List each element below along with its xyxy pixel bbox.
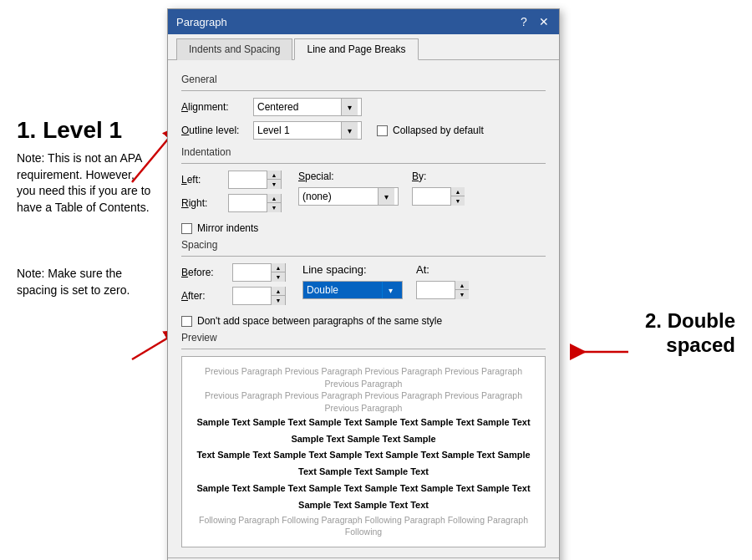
special-dropdown[interactable]: (none) ▾: [298, 187, 399, 206]
indent-right-label: Right:: [181, 197, 223, 209]
indent-left-up[interactable]: ▲: [267, 171, 281, 180]
dialog-body: General Alignment: Centered ▾ Outline le…: [168, 60, 559, 557]
preview-gray-text-2: Previous Paragraph Previous Paragraph Pr…: [191, 389, 536, 414]
special-row: Special:: [298, 171, 399, 182]
indent-right-row: Right: 0 cm ▲ ▼: [181, 194, 282, 212]
by-value[interactable]: [413, 191, 450, 202]
at-label: At:: [416, 263, 429, 276]
indentation-special-group: Special: (none) ▾ By:: [298, 171, 462, 217]
indentation-left-group: Left: 0 cm ▲ ▼ Right: 0 cm: [181, 171, 282, 217]
outline-level-dropdown-arrow[interactable]: ▾: [341, 122, 358, 139]
spacing-divider: [181, 256, 546, 257]
indent-left-label: Left:: [181, 174, 223, 186]
collapsed-checkbox[interactable]: [377, 125, 388, 136]
outline-level-label: Outline level:: [181, 125, 248, 136]
special-value: (none): [302, 191, 378, 202]
preview-divider: [181, 349, 546, 349]
alignment-dropdown-arrow[interactable]: ▾: [341, 99, 358, 115]
before-spinner-btns: ▲ ▼: [271, 263, 285, 282]
indent-left-spinner-btns: ▲ ▼: [267, 171, 281, 189]
alignment-row: Alignment: Centered ▾: [181, 98, 546, 116]
at-label-row: At:: [416, 263, 466, 276]
indentation-divider: [181, 163, 546, 164]
tab-indents-spacing-label: Indents and Spacing: [189, 43, 280, 55]
outline-level-row: Outline level: Level 1 ▾ Collapsed by de…: [181, 121, 546, 140]
at-spinner-btns: ▲ ▼: [455, 281, 469, 299]
after-value[interactable]: 0 pt: [233, 290, 271, 302]
general-divider: [181, 90, 546, 91]
indent-right-spinner-btns: ▲ ▼: [267, 194, 281, 212]
indent-right-down[interactable]: ▼: [267, 203, 281, 212]
before-value[interactable]: 0 pt: [233, 267, 271, 278]
at-up[interactable]: ▲: [455, 281, 469, 290]
general-section-label: General: [181, 74, 546, 85]
indentation-rows: Left: 0 cm ▲ ▼ Right: 0 cm: [181, 171, 546, 217]
indent-left-spinner[interactable]: 0 cm ▲ ▼: [228, 171, 282, 189]
dont-add-checkbox[interactable]: [181, 316, 192, 327]
indent-left-down[interactable]: ▼: [267, 180, 281, 189]
by-up[interactable]: ▲: [451, 187, 465, 196]
alignment-dropdown[interactable]: Centered ▾: [253, 98, 362, 116]
spacing-rows: Before: 0 pt ▲ ▼ After: 0 pt: [181, 263, 546, 310]
double-spaced-title: 2. Double spaced: [635, 309, 735, 358]
after-down[interactable]: ▼: [272, 296, 285, 305]
alignment-value: Centered: [257, 101, 341, 113]
after-row: After: 0 pt ▲ ▼: [181, 287, 286, 305]
line-spacing-value: Double: [307, 284, 382, 296]
preview-box: Previous Paragraph Previous Paragraph Pr…: [181, 356, 546, 547]
tab-indents-spacing[interactable]: Indents and Spacing: [176, 38, 292, 60]
tab-bar: Indents and Spacing Line and Page Breaks: [168, 34, 559, 60]
indent-right-spinner[interactable]: 0 cm ▲ ▼: [228, 194, 282, 212]
preview-bold-2: Text Sample Text Sample Text Sample Text…: [191, 447, 536, 481]
preview-following: Following Paragraph Following Paragraph …: [191, 514, 536, 538]
paragraph-dialog: Paragraph ? ✕ Indents and Spacing Line a…: [167, 8, 560, 560]
mirror-row: Mirror indents: [181, 222, 546, 234]
before-spinner[interactable]: 0 pt ▲ ▼: [232, 263, 286, 282]
line-spacing-dropdown[interactable]: Double ▾: [302, 281, 403, 299]
right-annotation: 2. Double spaced: [635, 309, 735, 358]
before-label: Before:: [181, 267, 227, 278]
mirror-checkbox[interactable]: [181, 223, 192, 234]
collapsed-row: Collapsed by default: [377, 125, 484, 136]
preview-gray-text-1: Previous Paragraph Previous Paragraph Pr…: [191, 365, 536, 389]
line-spacing-label: Line spacing:: [302, 263, 367, 276]
at-spinner[interactable]: ▲ ▼: [416, 281, 466, 299]
spacing-section-label: Spacing: [181, 239, 546, 251]
line-spacing-col: Line spacing: Double ▾: [302, 263, 403, 299]
by-label: By:: [412, 171, 437, 182]
tab-line-page-breaks[interactable]: Line and Page Breaks: [294, 38, 418, 60]
preview-bold-3: Sample Text Sample Text Sample Text Samp…: [191, 481, 536, 514]
at-down[interactable]: ▼: [455, 290, 469, 299]
by-spinner-btns: ▲ ▼: [450, 187, 465, 206]
by-col: By: ▲ ▼: [412, 171, 462, 206]
outline-level-dropdown[interactable]: Level 1 ▾: [253, 121, 362, 140]
indent-left-value[interactable]: 0 cm: [229, 174, 267, 186]
after-up[interactable]: ▲: [272, 287, 285, 296]
after-label: After:: [181, 290, 227, 302]
at-value[interactable]: [417, 284, 455, 296]
dont-add-row: Don't add space between paragraphs of th…: [181, 315, 546, 327]
after-spinner[interactable]: 0 pt ▲ ▼: [232, 287, 286, 305]
help-button[interactable]: ?: [517, 15, 531, 28]
special-col: Special: (none) ▾: [298, 171, 399, 206]
before-up[interactable]: ▲: [272, 263, 285, 272]
by-label-row: By:: [412, 171, 462, 182]
collapsed-label: Collapsed by default: [393, 125, 484, 136]
mirror-label: Mirror indents: [197, 222, 258, 234]
close-button[interactable]: ✕: [537, 15, 551, 28]
indent-left-row: Left: 0 cm ▲ ▼: [181, 171, 282, 189]
tab-line-page-breaks-label: Line and Page Breaks: [307, 43, 405, 55]
title-bar: Paragraph ? ✕: [168, 9, 559, 34]
line-spacing-dropdown-arrow[interactable]: ▾: [382, 282, 399, 298]
indent-right-value[interactable]: 0 cm: [229, 197, 267, 209]
special-dropdown-arrow[interactable]: ▾: [378, 188, 394, 205]
by-down[interactable]: ▼: [451, 196, 465, 206]
before-row: Before: 0 pt ▲ ▼: [181, 263, 286, 282]
by-spinner[interactable]: ▲ ▼: [412, 187, 462, 206]
at-col: At: ▲ ▼: [416, 263, 466, 299]
before-down[interactable]: ▼: [272, 272, 285, 282]
indent-right-up[interactable]: ▲: [267, 194, 281, 203]
arrow-double: [574, 339, 633, 364]
preview-section-label: Preview: [181, 332, 546, 344]
dont-add-label: Don't add space between paragraphs of th…: [197, 315, 442, 327]
